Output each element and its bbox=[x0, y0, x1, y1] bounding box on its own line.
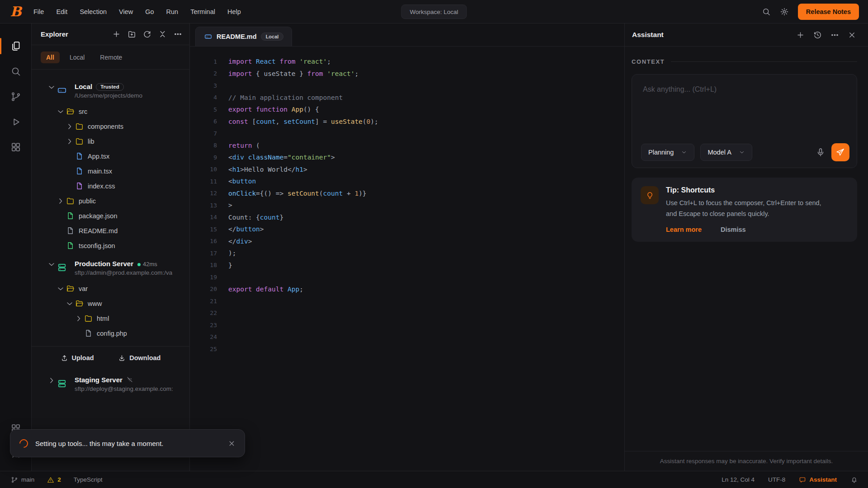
server-path: sftp://admin@prod.example.com:/va bbox=[75, 269, 172, 276]
toast-notification: Setting up tools... this may take a mome… bbox=[10, 429, 245, 457]
assistant-status-toggle[interactable]: Assistant bbox=[799, 476, 837, 483]
warnings-status[interactable]: 2 bbox=[47, 476, 61, 483]
history-icon[interactable] bbox=[813, 31, 822, 39]
encoding-status[interactable]: UTF-8 bbox=[768, 476, 785, 483]
status-dot bbox=[137, 263, 141, 266]
editor-tab-filename: README.md bbox=[217, 33, 257, 40]
line-number: 11 bbox=[190, 178, 217, 185]
server-item-production-server[interactable]: Production Server42mssftp://admin@prod.e… bbox=[32, 258, 189, 281]
release-notes-button[interactable]: Release Notes bbox=[798, 4, 859, 20]
run-icon bbox=[10, 117, 21, 127]
microphone-icon[interactable] bbox=[816, 147, 826, 157]
menu-selection[interactable]: Selection bbox=[80, 8, 107, 15]
activity-top bbox=[0, 33, 32, 160]
tree-item-components[interactable]: components bbox=[32, 119, 189, 134]
menu-terminal[interactable]: Terminal bbox=[190, 8, 215, 15]
chevron-right-icon bbox=[74, 314, 83, 323]
code-line-1: 1import React from 'react'; bbox=[190, 56, 624, 68]
search-icon[interactable] bbox=[762, 7, 771, 16]
line-number: 2 bbox=[190, 70, 217, 77]
explorer-title: Explorer bbox=[41, 30, 112, 38]
filter-tab-all[interactable]: All bbox=[41, 52, 60, 63]
upload-button[interactable]: Upload bbox=[61, 354, 94, 362]
filter-tab-local[interactable]: Local bbox=[64, 52, 90, 63]
menu-bar: FileEditSelectionViewGoRunTerminalHelp bbox=[33, 8, 241, 15]
editor-area: README.md Local 1import React from 'reac… bbox=[190, 23, 624, 471]
model-dropdown-value: Model A bbox=[708, 149, 731, 156]
download-button[interactable]: Download bbox=[118, 354, 160, 362]
toast-message: Setting up tools... this may take a mome… bbox=[35, 440, 228, 447]
tree-item-html[interactable]: html bbox=[32, 311, 189, 326]
tree-item-public[interactable]: public bbox=[32, 193, 189, 208]
close-icon[interactable] bbox=[228, 440, 236, 447]
tree-item-readme-md[interactable]: README.md bbox=[32, 223, 189, 238]
activity-item-extensions[interactable] bbox=[0, 135, 32, 160]
line-number: 22 bbox=[190, 310, 217, 316]
learn-more-link[interactable]: Learn more bbox=[666, 226, 702, 233]
gear-icon[interactable] bbox=[780, 7, 789, 16]
code-line-17: 17); bbox=[190, 247, 624, 259]
refresh-icon[interactable] bbox=[143, 30, 151, 38]
warning-icon bbox=[47, 476, 54, 483]
filter-tab-remote[interactable]: Remote bbox=[94, 52, 127, 63]
cursor-position-status[interactable]: Ln 12, Col 4 bbox=[722, 476, 755, 483]
composer-input[interactable]: Ask anything... (Ctrl+L) bbox=[632, 75, 857, 143]
tree-item-tsconfig-json[interactable]: tsconfig.json bbox=[32, 238, 189, 253]
send-button[interactable] bbox=[831, 143, 849, 161]
folder-plus-icon[interactable] bbox=[127, 30, 136, 38]
tree-item-app-tsx[interactable]: App.tsx bbox=[32, 149, 189, 164]
line-number: 7 bbox=[190, 130, 217, 137]
lightbulb-icon bbox=[641, 186, 659, 204]
menu-go[interactable]: Go bbox=[145, 8, 154, 15]
server-item-local[interactable]: LocalTrusted/Users/me/projects/demo bbox=[32, 80, 189, 104]
source-control-icon bbox=[10, 91, 21, 102]
tree-item-var[interactable]: var bbox=[32, 281, 189, 296]
tree-item-config-php[interactable]: config.php bbox=[32, 326, 189, 341]
dismiss-link[interactable]: Dismiss bbox=[721, 226, 746, 233]
model-dropdown[interactable]: Model A bbox=[700, 144, 752, 161]
activity-item-files[interactable] bbox=[0, 33, 32, 59]
close-icon[interactable] bbox=[848, 31, 856, 39]
dots-icon[interactable] bbox=[174, 30, 182, 38]
menu-help[interactable]: Help bbox=[227, 8, 241, 15]
menu-edit[interactable]: Edit bbox=[56, 8, 67, 15]
language-status[interactable]: TypeScript bbox=[74, 476, 103, 483]
tree-item-lib[interactable]: lib bbox=[32, 134, 189, 149]
tip-card: Tip: Shortcuts Use Ctrl+L to focus the c… bbox=[632, 178, 857, 242]
line-number: 13 bbox=[190, 202, 217, 209]
notifications-bell-icon[interactable] bbox=[850, 476, 858, 483]
tree-item-main-tsx[interactable]: main.tsx bbox=[32, 164, 189, 178]
line-number: 12 bbox=[190, 190, 217, 197]
menu-run[interactable]: Run bbox=[166, 8, 179, 15]
server-item-staging-server[interactable]: Staging Serversftp://deploy@staging.exam… bbox=[32, 374, 189, 397]
menu-file[interactable]: File bbox=[33, 8, 44, 15]
workspace-switcher[interactable]: Workspace: Local bbox=[401, 5, 467, 19]
title-bar: B FileEditSelectionViewGoRunTerminalHelp… bbox=[0, 0, 868, 23]
tree-item-package-json[interactable]: package.json bbox=[32, 208, 189, 223]
chevron-down-icon bbox=[681, 149, 687, 155]
folder-open-icon bbox=[66, 284, 75, 293]
line-number: 14 bbox=[190, 214, 217, 221]
plus-icon[interactable] bbox=[796, 31, 805, 39]
line-number: 6 bbox=[190, 118, 217, 125]
activity-item-source-control[interactable] bbox=[0, 84, 32, 109]
tip-title: Tip: Shortcuts bbox=[666, 186, 829, 194]
activity-item-run[interactable] bbox=[0, 109, 32, 135]
activity-item-search[interactable] bbox=[0, 59, 32, 84]
git-branch-status[interactable]: main bbox=[11, 476, 34, 483]
code-editor[interactable]: 1import React from 'react';2import { use… bbox=[190, 47, 624, 471]
menu-view[interactable]: View bbox=[119, 8, 133, 15]
mode-dropdown[interactable]: Planning bbox=[641, 144, 694, 161]
plus-icon[interactable] bbox=[112, 30, 121, 38]
tree-item-www[interactable]: www bbox=[32, 296, 189, 311]
editor-tab-readme[interactable]: README.md Local bbox=[195, 27, 292, 46]
dots-icon[interactable] bbox=[830, 31, 839, 39]
tree-item-label: components bbox=[88, 123, 123, 130]
collapse-icon[interactable] bbox=[158, 30, 167, 38]
tree-item-label: config.php bbox=[97, 330, 127, 337]
file-icon bbox=[84, 329, 93, 338]
tree-item-src[interactable]: src bbox=[32, 104, 189, 119]
context-divider bbox=[671, 61, 857, 62]
tree-item-index-css[interactable]: index.css bbox=[32, 178, 189, 193]
line-number: 20 bbox=[190, 286, 217, 292]
